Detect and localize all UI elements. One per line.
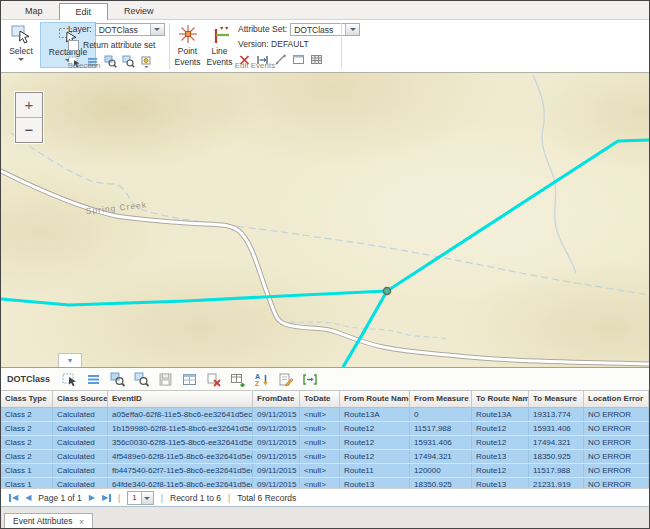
first-page-button[interactable]: ◀	[9, 494, 18, 502]
column-header[interactable]: FromDate	[253, 391, 300, 407]
selection-list-icon[interactable]	[86, 372, 102, 387]
column-header[interactable]: ToDate	[300, 391, 340, 407]
select-records-icon[interactable]	[62, 372, 78, 387]
table-cell: <null>	[300, 422, 340, 435]
point-events-label: Point	[178, 46, 197, 56]
map-view[interactable]: Spring Creek + − ▼	[1, 73, 649, 367]
table-layer-name: DOTClass	[7, 374, 50, 384]
table-row[interactable]: Class 1Calculatedfb447540-62f7-11e5-8bc6…	[1, 464, 649, 478]
table-cell: 11517.988	[410, 422, 472, 435]
table-cell: 17494.321	[529, 436, 584, 449]
select-tool-label: Select	[9, 46, 33, 56]
zoom-in-button[interactable]: +	[16, 93, 42, 117]
route-line-west[interactable]	[1, 291, 387, 305]
tab-event-attributes[interactable]: Event Attributes x	[4, 513, 93, 529]
table-cell: Class 2	[1, 408, 53, 421]
table-row[interactable]: Class 2Calculated1b159980-62f8-11e5-8bc6…	[1, 422, 649, 436]
table-row[interactable]: Class 2Calculated4f5489e0-62f8-11e5-8bc6…	[1, 450, 649, 464]
attribute-set-combo[interactable]: DOTClass	[290, 23, 360, 36]
column-header[interactable]: EventID	[108, 391, 253, 407]
attribute-set-label: Attribute Set:	[238, 24, 287, 34]
record-range-text: Record 1 to 6	[170, 493, 221, 503]
next-page-button[interactable]: ▶	[89, 494, 95, 502]
table-cell: Route11	[340, 464, 410, 477]
separator: |	[228, 493, 230, 503]
delete-records-icon[interactable]	[206, 372, 222, 387]
table-header-row: Class TypeClass SourceEventIDFromDateToD…	[1, 390, 649, 408]
close-icon[interactable]: x	[80, 517, 84, 526]
tab-review[interactable]: Review	[108, 3, 170, 19]
total-records-text: Total 6 Records	[237, 493, 296, 503]
set-range-icon[interactable]	[302, 372, 318, 387]
page-number-value: 1	[128, 492, 140, 504]
tab-edit[interactable]: Edit	[59, 3, 109, 20]
table-cell: 19313.774	[529, 408, 584, 421]
page-number-dropdown-button[interactable]	[141, 492, 153, 504]
column-header[interactable]: From Route Name	[340, 391, 410, 407]
panel-tabstrip: Event Attributes x	[1, 506, 649, 528]
version-label: Version: DEFAULT	[238, 39, 309, 49]
column-header[interactable]: Location Error	[584, 391, 649, 407]
attribute-set-combo-dropdown-button[interactable]	[345, 24, 359, 35]
zoom-to-selection-icon[interactable]	[110, 372, 126, 387]
show-table-icon[interactable]	[182, 372, 198, 387]
tab-map[interactable]: Map	[9, 3, 59, 19]
group-separator	[341, 23, 342, 69]
table-cell: Calculated	[53, 464, 108, 477]
ribbon-tabbar: Map Edit Review	[1, 1, 649, 20]
table-cell: <null>	[300, 450, 340, 463]
event-editor-window: Map Edit Review Select Rectangle Layer:	[0, 0, 650, 529]
table-cell: 0	[410, 408, 472, 421]
route-junction-marker[interactable]	[384, 288, 391, 295]
last-page-button[interactable]: ▶	[102, 494, 111, 502]
sort-records-icon[interactable]: A Z	[254, 372, 270, 387]
map-canvas[interactable]: Spring Creek	[1, 73, 649, 367]
table-cell: 09/11/2015	[253, 408, 300, 421]
select-tool-icon	[10, 23, 32, 45]
column-header[interactable]: From Measure	[410, 391, 472, 407]
separator: |	[161, 493, 163, 503]
table-cell: 1b159980-62f8-11e5-8bc6-ee32641d5ec9	[108, 422, 253, 435]
edit-record-icon[interactable]	[278, 372, 294, 387]
edit-events-options-column: Attribute Set: DOTClass Version: DEFAULT	[238, 22, 348, 66]
pan-to-selection-icon[interactable]	[134, 372, 150, 387]
table-cell: Calculated	[53, 450, 108, 463]
table-cell: 356c0030-62f8-11e5-8bc6-ee32641d5ec9	[108, 436, 253, 449]
add-records-icon[interactable]	[230, 372, 246, 387]
table-cell: 15931.406	[410, 436, 472, 449]
group-separator	[169, 23, 170, 69]
table-cell: 120000	[410, 464, 472, 477]
table-row[interactable]: Class 2Calculateda05effa0-62f8-11e5-8bc6…	[1, 408, 649, 422]
map-zoom-control: + −	[15, 92, 43, 143]
table-cell: Route13A	[340, 408, 410, 421]
line-events-label: Line	[211, 46, 227, 56]
tab-event-attributes-label: Event Attributes	[13, 516, 73, 526]
table-cell: <null>	[300, 464, 340, 477]
table-cell: 11517.988	[529, 464, 584, 477]
table-cell: Route12	[340, 422, 410, 435]
layer-combo-value: DOTClass	[96, 24, 150, 35]
return-attribute-set-checkbox[interactable]	[68, 40, 79, 51]
collapse-table-panel-button[interactable]: ▼	[58, 353, 82, 367]
route-line-northeast[interactable]	[387, 140, 649, 291]
zoom-out-button[interactable]: −	[16, 117, 42, 142]
column-header[interactable]: Class Type	[1, 391, 53, 407]
table-cell: a05effa0-62f8-11e5-8bc6-ee32641d5ec9	[108, 408, 253, 421]
table-cell: NO ERROR	[584, 450, 649, 463]
table-cell: Route12	[472, 436, 529, 449]
layer-combo[interactable]: DOTClass	[95, 23, 165, 36]
table-cell: NO ERROR	[584, 408, 649, 421]
table-cell: 4f5489e0-62f8-11e5-8bc6-ee32641d5ec9	[108, 450, 253, 463]
save-edits-icon[interactable]	[158, 372, 174, 387]
column-header[interactable]: To Route Name	[472, 391, 529, 407]
table-cell: <null>	[300, 436, 340, 449]
table-cell: <null>	[300, 408, 340, 421]
table-cell: Class 2	[1, 450, 53, 463]
page-number-combo[interactable]: 1	[127, 491, 153, 505]
table-cell: Calculated	[53, 408, 108, 421]
table-row[interactable]: Class 2Calculated356c0030-62f8-11e5-8bc6…	[1, 436, 649, 450]
previous-page-button[interactable]: ◀	[25, 494, 31, 502]
column-header[interactable]: To Measure	[529, 391, 584, 407]
column-header[interactable]: Class Source	[53, 391, 108, 407]
layer-combo-dropdown-button[interactable]	[150, 24, 164, 35]
